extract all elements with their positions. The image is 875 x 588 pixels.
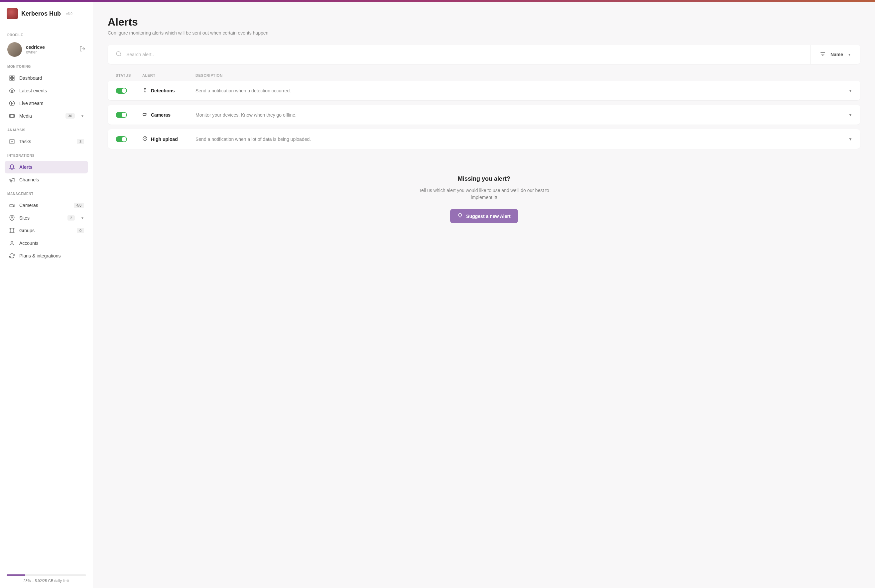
section-integrations: INTEGRATIONS	[7, 154, 88, 158]
logo-icon	[7, 8, 18, 19]
sidebar-item-plans[interactable]: Plans & integrations	[5, 249, 88, 262]
sidebar-item-cameras[interactable]: Cameras 4/6	[5, 199, 88, 212]
missing-alert-block: Missing you alert? Tell us which alert y…	[108, 176, 860, 223]
sidebar-item-tasks[interactable]: Tasks 3	[5, 135, 88, 148]
status-toggle[interactable]	[116, 88, 127, 94]
sidebar-item-live-stream[interactable]: Live stream	[5, 97, 88, 110]
svg-rect-0	[10, 76, 11, 77]
play-circle-icon	[9, 100, 15, 106]
top-accent-bar	[0, 0, 875, 2]
alert-description: Send a notification when a lot of data i…	[195, 136, 848, 142]
sidebar-item-label: Accounts	[19, 240, 39, 246]
logout-icon[interactable]	[80, 46, 86, 53]
section-monitoring: MONITORING	[7, 65, 88, 68]
avatar	[7, 42, 22, 57]
sidebar-item-channels[interactable]: Channels	[5, 173, 88, 186]
chevron-down-icon: ▼	[81, 114, 84, 118]
app-name: Kerberos Hub	[21, 10, 61, 17]
lightbulb-icon	[457, 213, 463, 219]
svg-rect-11	[10, 204, 13, 207]
table-header: STATUS ALERT DESCRIPTION	[108, 74, 860, 77]
alert-row-cameras[interactable]: Cameras Monitor your devices. Know when …	[108, 105, 860, 124]
person-icon	[142, 87, 147, 94]
chevron-down-icon: ▼	[848, 53, 851, 57]
svg-rect-28	[143, 113, 146, 115]
camera-icon	[9, 202, 15, 208]
status-toggle[interactable]	[116, 136, 127, 142]
search-box[interactable]	[108, 45, 810, 64]
cameras-badge: 4/6	[74, 202, 84, 208]
section-profile: PROFILE	[7, 33, 88, 37]
svg-point-27	[144, 88, 145, 89]
suggest-button-label: Suggest a new Alert	[466, 214, 510, 219]
sidebar-item-groups[interactable]: Groups 0	[5, 224, 88, 237]
filter-icon	[820, 51, 826, 58]
profile-row[interactable]: cedricve owner	[5, 40, 88, 59]
sidebar-item-label: Groups	[19, 228, 35, 233]
svg-point-22	[116, 51, 120, 56]
svg-rect-2	[13, 79, 14, 80]
user-name: cedricve	[26, 45, 45, 50]
sidebar-item-label: Dashboard	[19, 75, 42, 81]
alert-title: High upload	[151, 136, 178, 142]
alert-title: Detections	[151, 88, 175, 93]
sidebar-item-label: Alerts	[19, 165, 33, 170]
sidebar-item-alerts[interactable]: Alerts	[5, 161, 88, 173]
col-alert: ALERT	[142, 74, 195, 77]
megaphone-icon	[9, 177, 15, 183]
status-toggle[interactable]	[116, 112, 127, 118]
svg-line-23	[120, 55, 121, 56]
sidebar-item-label: Plans & integrations	[19, 253, 61, 258]
usage-text: 23% – 5.92/25 GB daily limit	[7, 579, 86, 583]
alert-row-high-upload[interactable]: High upload Send a notification when a l…	[108, 129, 860, 149]
sync-icon	[9, 253, 15, 259]
sidebar-item-latest-events[interactable]: Latest events	[5, 84, 88, 97]
svg-point-5	[10, 101, 15, 106]
media-badge: 30	[66, 113, 75, 118]
alert-description: Monitor your devices. Know when they go …	[195, 112, 848, 118]
sidebar-item-label: Live stream	[19, 100, 43, 106]
svg-rect-1	[13, 76, 14, 77]
sidebar-item-sites[interactable]: Sites 2 ▼	[5, 212, 88, 224]
sort-control[interactable]: Name ▼	[810, 45, 860, 64]
svg-rect-7	[10, 115, 15, 118]
sidebar-item-accounts[interactable]: Accounts	[5, 237, 88, 249]
svg-point-13	[10, 228, 11, 229]
alert-row-detections[interactable]: Detections Send a notification when a de…	[108, 81, 860, 100]
col-description: DESCRIPTION	[195, 74, 852, 77]
page-subtitle: Configure monitoring alerts which will b…	[108, 30, 860, 36]
search-icon	[116, 51, 122, 58]
sidebar-item-label: Channels	[19, 177, 39, 182]
sidebar-item-label: Tasks	[19, 139, 31, 144]
missing-title: Missing you alert?	[108, 176, 860, 182]
sidebar-item-media[interactable]: Media 30 ▼	[5, 110, 88, 122]
search-input[interactable]	[126, 52, 802, 57]
chevron-down-icon[interactable]: ▼	[848, 112, 852, 117]
sidebar-item-dashboard[interactable]: Dashboard	[5, 72, 88, 84]
usage-progress-bar	[7, 574, 86, 576]
section-analysis: ANALYSIS	[7, 128, 88, 132]
chevron-down-icon[interactable]: ▼	[848, 88, 852, 93]
chevron-down-icon: ▼	[81, 216, 84, 220]
groups-badge: 0	[77, 228, 84, 233]
dashboard-icon	[9, 75, 15, 81]
bell-icon	[9, 164, 15, 170]
chevron-down-icon[interactable]: ▼	[848, 137, 852, 141]
svg-point-4	[11, 90, 13, 92]
suggest-alert-button[interactable]: Suggest a new Alert	[450, 209, 518, 223]
sidebar-item-label: Sites	[19, 215, 30, 220]
groups-icon	[9, 228, 15, 234]
svg-marker-6	[12, 102, 13, 104]
page-title: Alerts	[108, 16, 860, 28]
tasks-badge: 3	[77, 139, 84, 144]
app-version: v3.0	[66, 12, 72, 16]
logo-block: Kerberos Hub v3.0	[5, 8, 88, 19]
user-role: owner	[26, 50, 45, 54]
col-status: STATUS	[116, 74, 142, 77]
usage-block: 23% – 5.92/25 GB daily limit	[5, 574, 88, 583]
svg-point-15	[10, 232, 11, 233]
sort-label: Name	[830, 52, 843, 57]
gauge-icon	[142, 136, 147, 142]
svg-rect-3	[10, 79, 11, 80]
checkbox-icon	[9, 138, 15, 144]
